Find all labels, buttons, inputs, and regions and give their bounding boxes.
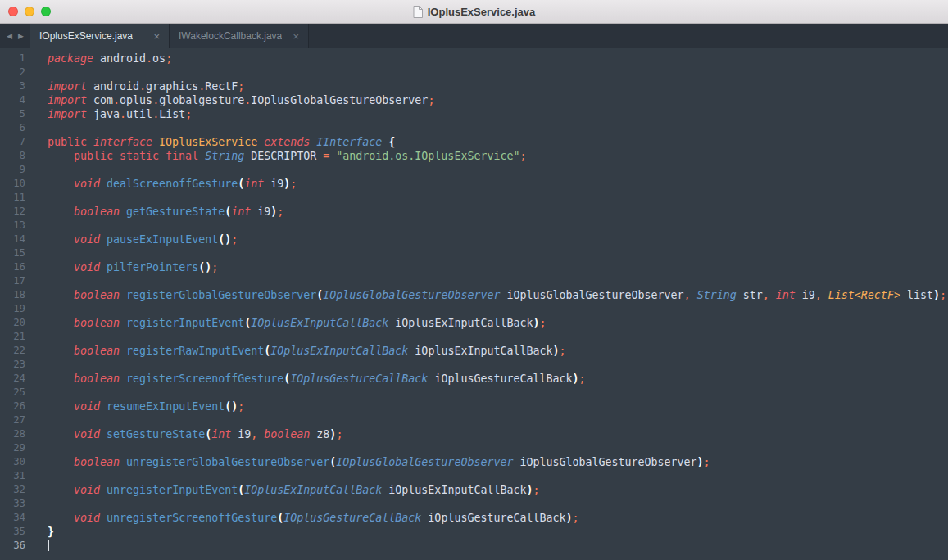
line-number: 5 <box>0 107 25 121</box>
line-number: 13 <box>0 219 25 233</box>
line-number: 8 <box>0 149 25 163</box>
code-line: 29 <box>0 441 948 455</box>
code-text <box>48 539 49 553</box>
line-number: 29 <box>0 441 25 455</box>
line-number: 9 <box>0 163 25 177</box>
zoom-window-button[interactable] <box>41 7 51 16</box>
code-text: boolean getGestureState(int i9); <box>48 205 283 219</box>
line-number: 26 <box>0 400 25 413</box>
minimize-window-button[interactable] <box>25 7 34 16</box>
code-text: void dealScreenoffGesture(int i9); <box>48 177 297 191</box>
code-text: boolean unregisterGlobalGestureObserver(… <box>48 455 710 469</box>
code-line: 2 <box>0 65 948 79</box>
code-line: 23 <box>0 358 948 372</box>
code-text: boolean registerRawInputEvent(IOplusExIn… <box>48 344 566 358</box>
tab-label: IOplusExService.java <box>39 30 133 42</box>
tab-iwakelockcallback[interactable]: IWakelockCallback.java × <box>170 24 309 48</box>
code-line: 26 void resumeExInputEvent(); <box>0 400 948 413</box>
code-line: 20 boolean registerInputEvent(IOplusExIn… <box>0 316 948 330</box>
code-text: void unregisterScreenoffGesture(IOplusGe… <box>48 511 579 525</box>
code-line: 28 void setGestureState(int i9, boolean … <box>0 427 948 441</box>
code-line: 24 boolean registerScreenoffGesture(IOpl… <box>0 372 948 386</box>
code-line: 13 <box>0 219 948 233</box>
line-number: 28 <box>0 427 25 441</box>
code-text: public interface IOplusExService extends… <box>48 135 395 149</box>
code-line: 11 <box>0 191 948 205</box>
line-number: 30 <box>0 455 25 469</box>
code-text: boolean registerScreenoffGesture(IOplusG… <box>48 372 586 386</box>
title-bar: IOplusExService.java <box>0 0 948 24</box>
line-number: 18 <box>0 288 25 302</box>
line-number: 2 <box>0 65 25 79</box>
line-number: 22 <box>0 344 25 358</box>
code-line: 4import com.oplus.globalgesture.IOplusGl… <box>0 93 948 107</box>
code-editor[interactable]: 1package android.os;23import android.gra… <box>0 48 948 560</box>
traffic-lights <box>8 0 51 23</box>
tab-ioplusexservice[interactable]: IOplusExService.java × <box>30 24 170 48</box>
code-line: 21 <box>0 330 948 344</box>
code-text: } <box>48 525 54 539</box>
code-line: 14 void pauseExInputEvent(); <box>0 233 948 246</box>
code-line: 9 <box>0 163 948 177</box>
code-line: 34 void unregisterScreenoffGesture(IOplu… <box>0 511 948 525</box>
code-line: 36 <box>0 539 948 553</box>
code-line: 25 <box>0 386 948 400</box>
window-title-group: IOplusExService.java <box>413 6 536 18</box>
close-tab-icon[interactable]: × <box>286 31 299 42</box>
line-number: 7 <box>0 135 25 149</box>
tab-history-nav: ◀ ▶ <box>0 24 30 48</box>
code-text: void pilferPointers(); <box>48 260 218 274</box>
code-line: 8 public static final String DESCRIPTOR … <box>0 149 948 163</box>
line-number: 21 <box>0 330 25 344</box>
back-arrow-icon[interactable]: ◀ <box>7 32 12 40</box>
code-line: 32 void unregisterInputEvent(IOplusExInp… <box>0 483 948 497</box>
line-number: 32 <box>0 483 25 497</box>
code-line: 30 boolean unregisterGlobalGestureObserv… <box>0 455 948 469</box>
tab-label: IWakelockCallback.java <box>179 30 282 42</box>
code-line: 10 void dealScreenoffGesture(int i9); <box>0 177 948 191</box>
line-number: 4 <box>0 93 25 107</box>
code-text: public static final String DESCRIPTOR = … <box>48 149 526 163</box>
code-line: 7public interface IOplusExService extend… <box>0 135 948 149</box>
code-line: 5import java.util.List; <box>0 107 948 121</box>
code-line: 15 <box>0 246 948 260</box>
line-number: 1 <box>0 52 25 65</box>
line-number: 3 <box>0 79 25 93</box>
line-number: 31 <box>0 469 25 483</box>
line-number: 11 <box>0 191 25 205</box>
code-text: void pauseExInputEvent(); <box>48 233 238 246</box>
line-number: 27 <box>0 413 25 427</box>
close-window-button[interactable] <box>8 7 18 16</box>
code-line: 35} <box>0 525 948 539</box>
forward-arrow-icon[interactable]: ▶ <box>18 32 24 40</box>
code-line: 18 boolean registerGlobalGestureObserver… <box>0 288 948 302</box>
line-number: 34 <box>0 511 25 525</box>
line-number: 23 <box>0 358 25 372</box>
line-number: 14 <box>0 233 25 246</box>
close-tab-icon[interactable]: × <box>147 31 160 42</box>
code-text: package android.os; <box>48 52 172 65</box>
code-line: 1package android.os; <box>0 52 948 65</box>
code-text: void unregisterInputEvent(IOplusExInputC… <box>48 483 539 497</box>
code-line: 33 <box>0 497 948 511</box>
code-line: 22 boolean registerRawInputEvent(IOplusE… <box>0 344 948 358</box>
line-number: 25 <box>0 386 25 400</box>
code-text: import java.util.List; <box>48 107 192 121</box>
line-number: 20 <box>0 316 25 330</box>
window-title: IOplusExService.java <box>428 6 536 18</box>
code-line: 31 <box>0 469 948 483</box>
code-text: import com.oplus.globalgesture.IOplusGlo… <box>48 93 434 107</box>
code-line: 19 <box>0 302 948 316</box>
code-line: 16 void pilferPointers(); <box>0 260 948 274</box>
code-text: void setGestureState(int i9, boolean z8)… <box>48 427 342 441</box>
tab-bar: ◀ ▶ IOplusExService.java × IWakelockCall… <box>0 24 948 48</box>
line-number: 16 <box>0 260 25 274</box>
line-number: 17 <box>0 274 25 288</box>
text-cursor <box>48 540 49 551</box>
code-text: boolean registerInputEvent(IOplusExInput… <box>48 316 547 330</box>
code-line: 12 boolean getGestureState(int i9); <box>0 205 948 219</box>
line-number: 35 <box>0 525 25 539</box>
line-number: 15 <box>0 246 25 260</box>
code-line: 17 <box>0 274 948 288</box>
line-number: 6 <box>0 121 25 135</box>
